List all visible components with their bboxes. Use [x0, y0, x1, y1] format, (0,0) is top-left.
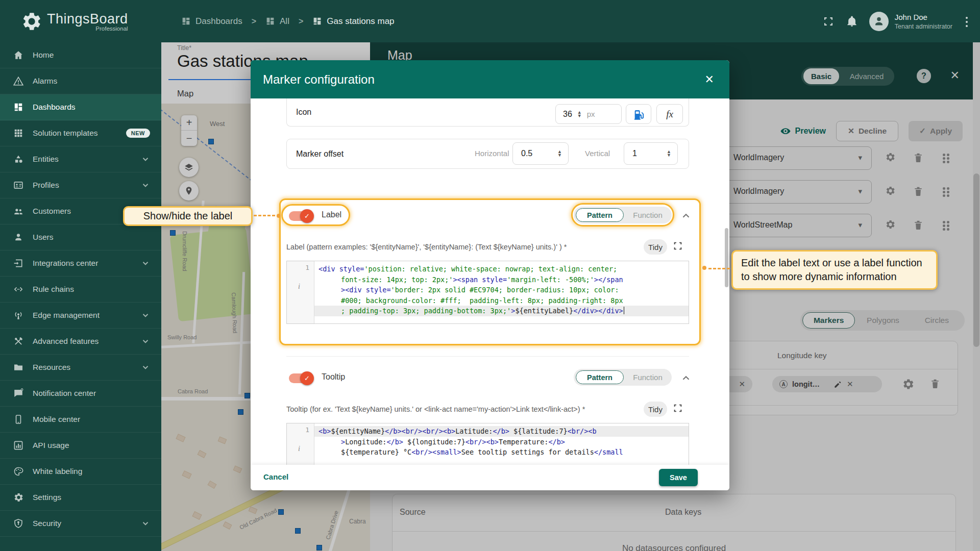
sidebar-item-label: Solution templates	[33, 129, 98, 138]
icon-size-unit: px	[587, 110, 595, 118]
entities-icon	[13, 154, 23, 164]
tooltip-pattern-function-toggle: Pattern Function	[574, 369, 672, 386]
sidebar-item-integrations-center[interactable]: Integrations center	[0, 251, 161, 277]
editor-gutter: 1 i	[287, 261, 314, 323]
topbar-actions: John Doe Tenant administrator	[822, 0, 972, 42]
breadcrumb-item[interactable]: Gas stations map	[312, 16, 394, 27]
horizontal-label: Horizontal	[475, 149, 509, 158]
stepper-icon[interactable]: ▲▼	[577, 111, 582, 118]
icon-function-button[interactable]: fx	[656, 104, 683, 124]
sidebar-item-label: Rule chains	[33, 285, 74, 294]
sidebar-item-label: Dashboards	[33, 103, 76, 112]
new-badge: NEW	[126, 129, 150, 138]
label-pattern-function-toggle: Pattern Function	[574, 207, 672, 223]
chevron-down-icon	[141, 259, 150, 268]
sidebar-item-label: Alarms	[33, 77, 57, 86]
info-icon: i	[298, 283, 300, 291]
icon-picker-button[interactable]	[626, 104, 651, 124]
kebab-menu-icon[interactable]	[966, 17, 968, 19]
marker-configuration-dialog: Marker configuration ✕ Icon 36 ▲▼ px fx …	[251, 60, 729, 490]
tooltip-code-editor[interactable]: 1 i <b>${entityName}</b><br/><br/><b>Lat…	[286, 423, 689, 467]
thingsboard-logo[interactable]: ThingsBoard Professional	[20, 0, 128, 42]
tooltip-tidy-button[interactable]: Tidy	[644, 402, 667, 417]
stepper-icon[interactable]: ▲▼	[667, 150, 671, 157]
fx-icon: fx	[666, 109, 673, 120]
collapse-chevron-icon[interactable]	[681, 373, 691, 383]
sidebar-item-api-usage[interactable]: API usage	[0, 433, 161, 459]
dashboard-grid-icon	[265, 16, 275, 26]
user-menu[interactable]: John Doe Tenant administrator	[869, 12, 952, 31]
sidebar-item-rule-chains[interactable]: Rule chains	[0, 277, 161, 303]
thingsboard-logo-icon	[20, 11, 42, 32]
horizontal-offset-input[interactable]: 0.5 ▲▼	[512, 142, 569, 165]
label-code-editor[interactable]: 1 i <div style='position: relative; whit…	[286, 261, 689, 324]
label-pattern-tab[interactable]: Pattern	[576, 208, 624, 222]
callout-connector	[708, 268, 730, 269]
sidebar-item-security[interactable]: Security	[0, 511, 161, 537]
label-expand-icon[interactable]	[672, 240, 683, 252]
breadcrumb-item[interactable]: Dashboards	[181, 16, 242, 27]
save-button[interactable]: Save	[659, 469, 698, 486]
sidebar-item-label: Resources	[33, 363, 70, 372]
vertical-offset-input[interactable]: 1 ▲▼	[624, 142, 678, 165]
sidebar-item-settings[interactable]: Settings	[0, 485, 161, 511]
breadcrumb-separator: >	[252, 17, 256, 26]
code-line: ><div style='border: 2px solid #EC9704; …	[314, 285, 689, 295]
stepper-icon[interactable]: ▲▼	[557, 150, 562, 157]
sidebar-item-white-labeling[interactable]: White labeling	[0, 459, 161, 485]
sidebar-item-mobile-center[interactable]: Mobile center	[0, 407, 161, 433]
text-cursor	[624, 307, 625, 314]
sidebar-item-alarms[interactable]: Alarms	[0, 68, 161, 94]
sidebar-item-home[interactable]: Home	[0, 42, 161, 68]
sidebar-item-label: Entities	[33, 155, 59, 164]
tooltip-toggle[interactable]: ✓	[289, 373, 312, 383]
sidebar-item-label: Notification center	[33, 389, 96, 398]
folder-icon	[13, 362, 23, 372]
callout-connector	[254, 215, 275, 216]
chevron-down-icon	[141, 181, 150, 190]
breadcrumb: Dashboards>All>Gas stations map	[181, 0, 395, 42]
vertical-label: Vertical	[585, 149, 610, 158]
palette-icon	[13, 466, 23, 477]
alarm-icon	[13, 76, 23, 86]
notifications-bell-icon[interactable]	[846, 15, 858, 28]
dialog-close-icon[interactable]: ✕	[705, 73, 714, 86]
tooltip-function-tab[interactable]: Function	[624, 373, 672, 382]
cancel-button[interactable]: Cancel	[263, 472, 288, 481]
sidebar-item-notification-center[interactable]: Notification center	[0, 381, 161, 407]
sidebar-item-label: Users	[33, 233, 53, 242]
icon-row-label: Icon	[296, 108, 311, 117]
dashboards-icon	[13, 102, 23, 112]
sidebar-item-profiles[interactable]: Profiles	[0, 172, 161, 198]
icon-size-input[interactable]: 36 ▲▼ px	[555, 104, 622, 124]
tooltip-expand-icon[interactable]	[672, 403, 683, 414]
callout-edit-label: Edit the label text or use a label funct…	[731, 250, 938, 290]
tools-icon	[13, 336, 23, 346]
sidebar-item-users[interactable]: Users	[0, 224, 161, 251]
sidebar-item-edge-management[interactable]: Edge management	[0, 303, 161, 329]
gear-icon	[13, 492, 23, 503]
sidebar: HomeAlarmsDashboardsSolution templatesNE…	[0, 42, 161, 551]
sidebar-item-dashboards[interactable]: Dashboards	[0, 94, 161, 120]
dialog-title: Marker configuration	[263, 72, 375, 87]
sidebar-item-entities[interactable]: Entities	[0, 146, 161, 172]
breadcrumb-item[interactable]: All	[265, 16, 289, 27]
code-line: ${temperature} °C<br/><small>See tooltip…	[314, 447, 689, 458]
sidebar-item-advanced-features[interactable]: Advanced features	[0, 329, 161, 355]
label-tidy-button[interactable]: Tidy	[644, 239, 667, 255]
avatar	[869, 12, 889, 31]
dialog-scrollbar[interactable]	[725, 228, 728, 287]
fullscreen-icon[interactable]	[822, 15, 835, 28]
home-icon	[13, 50, 23, 60]
sidebar-item-resources[interactable]: Resources	[0, 355, 161, 381]
code-line: <div style='position: relative; white-sp…	[314, 264, 689, 274]
chevron-down-icon	[141, 337, 150, 346]
tooltip-pattern-tab[interactable]: Pattern	[576, 370, 624, 384]
sidebar-item-solution-templates[interactable]: Solution templatesNEW	[0, 120, 161, 146]
label-toggle[interactable]: ✓	[289, 211, 312, 221]
shield-icon	[13, 518, 23, 529]
label-function-tab[interactable]: Function	[624, 211, 672, 219]
tooltip-toggle-label: Tooltip	[322, 372, 345, 382]
collapse-chevron-icon[interactable]	[681, 211, 691, 221]
edge-icon	[13, 310, 23, 320]
